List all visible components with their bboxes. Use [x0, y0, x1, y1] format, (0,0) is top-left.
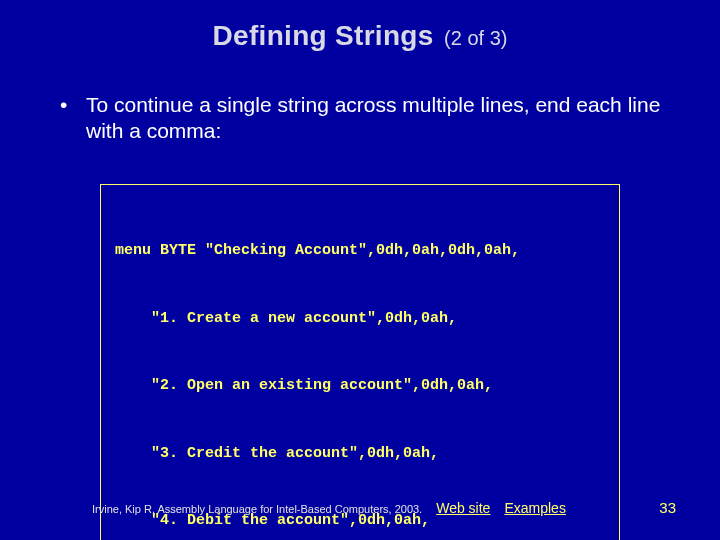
bullet-row: • To continue a single string across mul…	[60, 92, 664, 145]
slide-title: Defining Strings (2 of 3)	[0, 20, 720, 52]
code-line: "2. Open an existing account",0dh,0ah,	[115, 375, 605, 398]
code-line: menu BYTE "Checking Account",0dh,0ah,0dh…	[115, 240, 605, 263]
title-sub: (2 of 3)	[444, 27, 507, 49]
link-examples[interactable]: Examples	[504, 500, 565, 516]
bullet-block: • To continue a single string across mul…	[60, 92, 664, 145]
title-main: Defining Strings	[213, 20, 434, 51]
code-line: "1. Create a new account",0dh,0ah,	[115, 308, 605, 331]
citation: Irvine, Kip R. Assembly Language for Int…	[92, 503, 422, 515]
page-number: 33	[659, 499, 676, 516]
slide: Defining Strings (2 of 3) • To continue …	[0, 0, 720, 540]
bullet-text: To continue a single string across multi…	[86, 92, 664, 145]
bullet-dot: •	[60, 92, 86, 145]
code-box: menu BYTE "Checking Account",0dh,0ah,0dh…	[100, 184, 620, 540]
code-line: "3. Credit the account",0dh,0ah,	[115, 443, 605, 466]
link-web-site[interactable]: Web site	[436, 500, 490, 516]
footer: Irvine, Kip R. Assembly Language for Int…	[92, 500, 680, 516]
